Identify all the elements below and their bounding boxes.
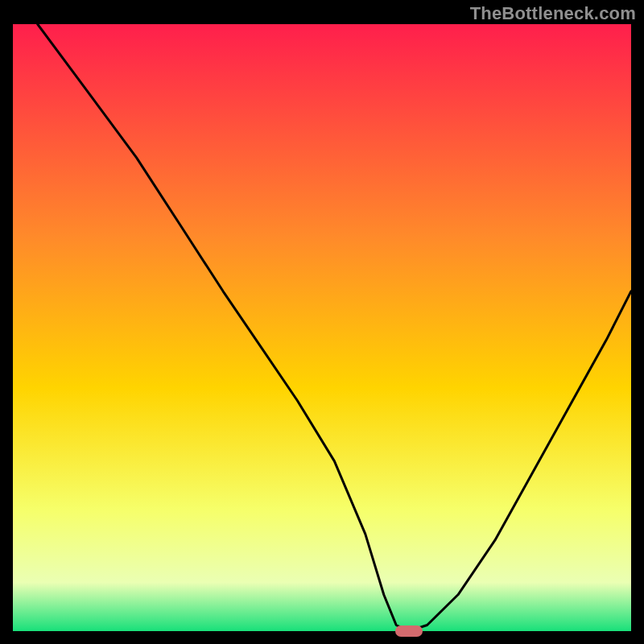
svg-rect-0 <box>13 24 631 631</box>
watermark-label: TheBottleneck.com <box>470 3 636 24</box>
optimal-marker <box>395 625 423 637</box>
chart-frame: TheBottleneck.com <box>0 0 644 644</box>
background-gradient <box>13 24 631 631</box>
plot-area <box>13 24 631 631</box>
